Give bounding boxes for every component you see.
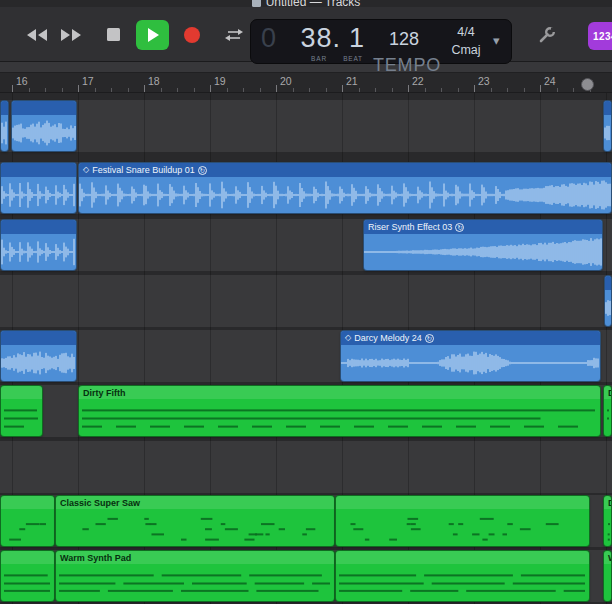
- waveform: [1, 115, 8, 151]
- region-audio-clip[interactable]: [0, 219, 77, 271]
- stop-icon: [107, 28, 120, 41]
- record-button[interactable]: [177, 19, 207, 51]
- waveform: [1, 177, 76, 213]
- tool-menu-button[interactable]: [538, 26, 556, 44]
- midi-notes: [56, 509, 334, 546]
- playhead-marker[interactable]: [581, 78, 594, 91]
- transport-controls: [22, 7, 249, 62]
- region-midi-clip[interactable]: [0, 385, 43, 437]
- region-midi-clip[interactable]: [335, 495, 590, 547]
- ruler-minor-tick: [128, 88, 129, 92]
- region-w[interactable]: W: [603, 550, 612, 602]
- lcd-display[interactable]: 0 38. 1 BAR BEAT 128 TEMPO 4/4 Cmaj ▾: [250, 19, 512, 64]
- ruler-minor-tick: [491, 88, 492, 92]
- region-name: D: [608, 498, 612, 508]
- ruler-bar-number: 24: [544, 75, 556, 87]
- region-warm-synth-pad[interactable]: Warm Synth Pad: [55, 550, 335, 602]
- midi-notes: [604, 509, 611, 546]
- rewind-button[interactable]: [22, 19, 52, 51]
- region-midi-clip[interactable]: [0, 495, 55, 547]
- region-header: Riser Synth Effect 03↻: [364, 220, 602, 234]
- apple-loop-icon: ◇: [345, 331, 351, 345]
- lcd-tempo-value[interactable]: 128: [373, 29, 435, 50]
- region-header: [1, 496, 54, 509]
- track-lane-7[interactable]: [0, 441, 612, 493]
- region-darcy-melody-24[interactable]: ◇Darcy Melody 24↻: [340, 330, 601, 382]
- region-audio-clip[interactable]: [0, 100, 9, 152]
- waveform: [12, 115, 76, 151]
- ruler-bar-number: 22: [412, 75, 424, 87]
- chevron-down-icon[interactable]: ▾: [493, 33, 500, 48]
- region-header: D: [604, 496, 612, 509]
- ruler-minor-tick: [161, 88, 162, 92]
- ruler-minor-tick: [524, 88, 525, 92]
- ruler-bar-number: 21: [346, 75, 358, 87]
- waveform: [341, 345, 600, 381]
- ruler-minor-tick: [293, 88, 294, 92]
- ruler-minor-tick: [392, 88, 393, 92]
- region-midi-clip[interactable]: [0, 550, 55, 602]
- ruler-bar-number: 17: [82, 75, 94, 87]
- region-audio-clip[interactable]: [11, 100, 77, 152]
- region-header: Warm Synth Pad: [56, 551, 334, 564]
- follow-tempo-icon: ↻: [455, 223, 464, 232]
- region-header: D: [604, 386, 612, 399]
- lcd-beat-value[interactable]: 1: [349, 23, 364, 54]
- ruler-minor-tick: [573, 88, 574, 92]
- region-audio-clip[interactable]: [603, 100, 612, 152]
- region-audio-clip[interactable]: [0, 162, 77, 214]
- waveform: [364, 234, 602, 270]
- ruler-minor-tick: [260, 88, 261, 92]
- ruler-minor-tick: [557, 88, 558, 92]
- ruler-minor-tick: [227, 88, 228, 92]
- play-button[interactable]: [136, 20, 169, 50]
- toolbar: 0 38. 1 BAR BEAT 128 TEMPO 4/4 Cmaj ▾ 12…: [0, 7, 612, 62]
- region-header: ◇Darcy Melody 24↻: [341, 331, 600, 345]
- rewind-icon: [26, 28, 48, 42]
- lcd-bar-value[interactable]: 38.: [279, 23, 341, 54]
- region-name: Classic Super Saw: [60, 498, 140, 508]
- region-audio-clip[interactable]: [0, 330, 77, 382]
- lcd-time-signature[interactable]: 4/4: [443, 25, 489, 39]
- region-riser-synth-effect-03[interactable]: Riser Synth Effect 03↻: [363, 219, 603, 271]
- region-header: [1, 220, 76, 234]
- region-header: [1, 331, 76, 345]
- track-lane-4[interactable]: [0, 275, 612, 327]
- cycle-button[interactable]: [219, 19, 249, 51]
- waveform: [1, 345, 76, 381]
- ruler-bar-tick: [12, 85, 13, 92]
- ruler-bar-tick: [408, 85, 409, 92]
- region-name: Darcy Melody 24: [354, 333, 422, 343]
- region-header: [336, 496, 589, 509]
- region-d[interactable]: D: [603, 385, 612, 437]
- region-name: Warm Synth Pad: [60, 553, 131, 563]
- ruler-minor-tick: [326, 88, 327, 92]
- region-header: [1, 163, 76, 177]
- region-dirty-fifth[interactable]: Dirty Fifth: [78, 385, 601, 437]
- region-festival-snare-buildup-01[interactable]: ◇Festival Snare Buildup 01↻: [78, 162, 612, 214]
- ruler-bar-tick: [474, 85, 475, 92]
- region-d[interactable]: D: [603, 495, 612, 547]
- midi-notes: [1, 564, 54, 601]
- midi-notes: [1, 399, 42, 436]
- track-lane-1[interactable]: [0, 100, 612, 152]
- ruler-bar-tick: [144, 85, 145, 92]
- fast-forward-button[interactable]: [56, 19, 86, 51]
- region-name: D: [608, 388, 612, 398]
- ruler-minor-tick: [458, 88, 459, 92]
- region-name: Dirty Fifth: [83, 388, 126, 398]
- play-icon: [147, 28, 159, 42]
- follow-tempo-icon: ↻: [198, 166, 207, 175]
- region-classic-super-saw[interactable]: Classic Super Saw: [55, 495, 335, 547]
- lcd-key-signature[interactable]: Cmaj: [443, 43, 489, 57]
- midi-notes: [336, 564, 589, 601]
- ruler[interactable]: 161718192021222324: [0, 62, 612, 93]
- ruler-bar-tick: [540, 85, 541, 92]
- midi-notes: [336, 509, 589, 546]
- region-midi-clip[interactable]: [335, 550, 590, 602]
- stop-button[interactable]: [98, 19, 128, 51]
- region-header: Classic Super Saw: [56, 496, 334, 509]
- ruler-minor-tick: [441, 88, 442, 92]
- count-in-badge[interactable]: 1234: [588, 22, 612, 50]
- region-audio-clip[interactable]: [604, 275, 612, 327]
